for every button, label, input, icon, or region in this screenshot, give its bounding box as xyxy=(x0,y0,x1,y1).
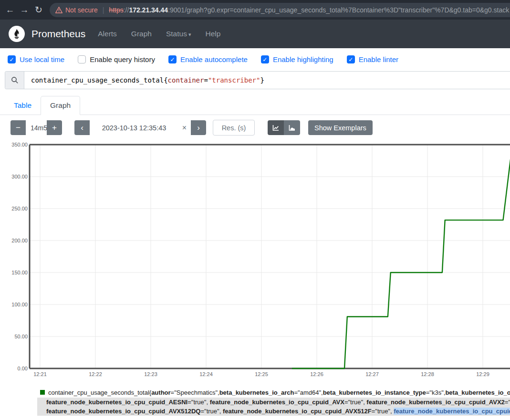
x-axis-tick-label: 12:25 xyxy=(250,371,273,377)
duration-increase-button[interactable]: + xyxy=(47,120,62,135)
url-path: :9001/graph?g0.expr=container_cpu_usage_… xyxy=(168,6,509,14)
legend-label-text: feature_node_kubernetes_io_cpu_cpuid_AVX… xyxy=(223,408,372,415)
y-axis-tick-label: 0.00 xyxy=(4,366,28,371)
legend-label-text: ="true", xyxy=(200,408,222,415)
legend-wrapped-line: feature_node_kubernetes_io_cpu_cpuid_AVX… xyxy=(46,407,510,416)
legend-label-text: beta_kubernetes_io_arch xyxy=(219,389,294,396)
line-chart-button[interactable] xyxy=(268,120,284,135)
option-enable-query-history[interactable]: Enable query history xyxy=(78,55,155,63)
legend-label-text: ="true", xyxy=(372,408,394,415)
security-status[interactable]: Not secure xyxy=(55,6,98,14)
url-host: 172.21.34.44 xyxy=(129,6,168,14)
checkbox-use-local-time[interactable]: ✓ xyxy=(8,55,16,63)
query-token: "transcriber" xyxy=(208,76,260,84)
legend-label-text: ="true", xyxy=(187,399,209,406)
legend-label-text: ="k3s", xyxy=(426,389,446,396)
legend-label-text: author xyxy=(151,389,170,396)
option-label: Enable autocomplete xyxy=(180,55,248,63)
checkbox-enable-autocomplete[interactable]: ✓ xyxy=(168,55,177,63)
clear-time-icon[interactable]: × xyxy=(182,124,187,132)
graph-controls: − + ‹ × › Show Exemplars xyxy=(0,115,510,139)
option-enable-highlighting[interactable]: ✓Enable highlighting xyxy=(261,55,333,63)
duration-decrease-button[interactable]: − xyxy=(10,120,26,135)
time-back-button[interactable]: ‹ xyxy=(74,120,90,135)
option-label: Enable highlighting xyxy=(273,55,333,63)
query-expression-input[interactable]: container_cpu_usage_seconds_total{contai… xyxy=(24,72,510,89)
option-enable-autocomplete[interactable]: ✓Enable autocomplete xyxy=(168,55,248,63)
nav-item-alerts[interactable]: Alerts xyxy=(98,30,117,38)
y-axis-tick-label: 200.00 xyxy=(4,238,28,243)
browser-toolbar: ← → ↻ Not secure | https :// 172.21.34.4… xyxy=(0,0,510,20)
y-axis-tick-label: 100.00 xyxy=(4,302,28,307)
legend-label-text: ="true", xyxy=(344,399,366,406)
stacked-chart-icon xyxy=(288,124,296,132)
y-axis-tick-label: 350.00 xyxy=(4,142,28,147)
tab-table[interactable]: Table xyxy=(5,96,41,115)
warning-icon xyxy=(55,7,62,13)
legend-label-text: ="Speechmatics", xyxy=(171,389,219,396)
option-use-local-time[interactable]: ✓Use local time xyxy=(8,55,64,63)
chart-canvas xyxy=(0,140,510,381)
url-scheme: https xyxy=(109,6,123,14)
prometheus-logo-icon[interactable] xyxy=(9,26,25,42)
nav-item-graph[interactable]: Graph xyxy=(131,30,152,38)
timestamp-input[interactable] xyxy=(90,124,191,132)
legend-wrapped-line: feature_node_kubernetes_io_cpu_cpuid_AES… xyxy=(46,398,510,407)
nav-item-status[interactable]: Status▾ xyxy=(166,30,191,38)
query-token: } xyxy=(260,76,264,84)
brand-title[interactable]: Prometheus xyxy=(31,28,85,40)
panel-tabs: Table Graph xyxy=(0,95,510,115)
x-axis-tick-label: 12:21 xyxy=(28,371,52,377)
series-line xyxy=(292,159,510,368)
option-label: Enable query history xyxy=(90,55,155,63)
y-axis-tick-label: 50.00 xyxy=(4,334,28,339)
back-icon[interactable]: ← xyxy=(3,5,17,15)
forward-icon[interactable]: → xyxy=(17,5,31,15)
legend-label-text: feature_node_kubernetes_io_cpu_cpuid_AVX… xyxy=(366,399,504,406)
legend-label-text: feature_node_kubernetes_io_cpu_cpuid_AVX… xyxy=(394,408,510,415)
chevron-down-icon: ▾ xyxy=(188,32,191,37)
prometheus-navbar: Prometheus AlertsGraphStatus▾Help xyxy=(0,20,510,48)
query-token: container xyxy=(168,76,204,84)
nav-item-help[interactable]: Help xyxy=(205,30,220,38)
duration-stepper: − + xyxy=(10,120,62,135)
option-label: Use local time xyxy=(20,55,64,63)
chart-type-toggle xyxy=(268,120,300,135)
graph-legend: container_cpu_usage_seconds_total{author… xyxy=(0,388,510,416)
y-axis-tick-label: 300.00 xyxy=(4,174,28,179)
legend-label-text: ="true", xyxy=(505,399,510,406)
x-axis-tick-label: 12:27 xyxy=(360,371,384,377)
legend-label-text: feature_node_kubernetes_io_cpu_cpuid_AVX… xyxy=(46,408,200,415)
checkbox-enable-highlighting[interactable]: ✓ xyxy=(261,55,269,63)
time-forward-button[interactable]: › xyxy=(191,120,206,135)
x-axis-tick-label: 12:26 xyxy=(305,371,329,377)
legend-item-wrapped-lines[interactable]: feature_node_kubernetes_io_cpu_cpuid_AES… xyxy=(37,398,510,416)
legend-label-text: beta_kubernetes_io_os xyxy=(445,389,510,396)
legend-label-text: ="amd64", xyxy=(294,389,323,396)
nav-links: AlertsGraphStatus▾Help xyxy=(98,30,220,38)
duration-input[interactable] xyxy=(26,120,47,135)
query-bar: container_cpu_usage_seconds_total{contai… xyxy=(5,71,510,89)
reload-icon[interactable]: ↻ xyxy=(31,4,46,15)
stacked-chart-button[interactable] xyxy=(284,120,300,135)
option-label: Enable linter xyxy=(359,55,398,63)
legend-label-text: feature_node_kubernetes_io_cpu_cpuid_AVX xyxy=(210,399,344,406)
x-axis-tick-label: 12:23 xyxy=(139,371,163,377)
line-chart-icon xyxy=(272,124,280,132)
tab-graph[interactable]: Graph xyxy=(41,96,80,115)
legend-label-text: feature_node_kubernetes_io_cpu_cpuid_AES… xyxy=(46,399,187,406)
time-navigator: ‹ × › xyxy=(74,120,206,135)
x-axis-tick-label: 12:29 xyxy=(471,371,495,377)
x-axis-tick-label: 12:22 xyxy=(83,371,107,377)
graph-plot-area[interactable]: 350.00300.00250.00200.00150.00100.0050.0… xyxy=(0,140,510,381)
legend-label-text: container_cpu_usage_seconds_total{ xyxy=(48,389,151,396)
show-exemplars-button[interactable]: Show Exemplars xyxy=(308,120,373,135)
checkbox-enable-linter[interactable]: ✓ xyxy=(347,55,355,63)
option-enable-linter[interactable]: ✓Enable linter xyxy=(347,55,398,63)
legend-item[interactable]: container_cpu_usage_seconds_total{author… xyxy=(0,388,510,397)
address-bar[interactable]: Not secure | https :// 172.21.34.44 :900… xyxy=(50,3,510,17)
checkbox-enable-query-history[interactable] xyxy=(78,55,86,63)
resolution-input[interactable] xyxy=(213,120,255,136)
search-addon xyxy=(5,72,24,89)
query-token: container_cpu_usage_seconds_total{ xyxy=(31,76,168,84)
